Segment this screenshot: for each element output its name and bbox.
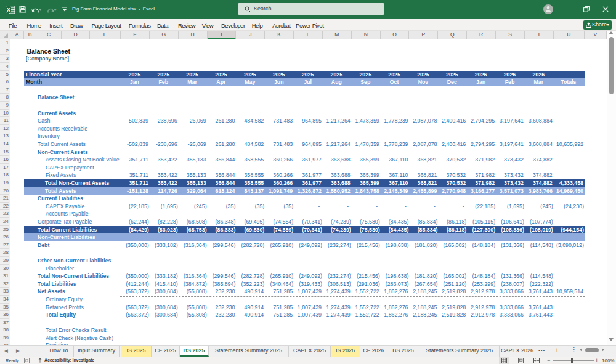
svg-text:X: X bbox=[7, 7, 10, 13]
